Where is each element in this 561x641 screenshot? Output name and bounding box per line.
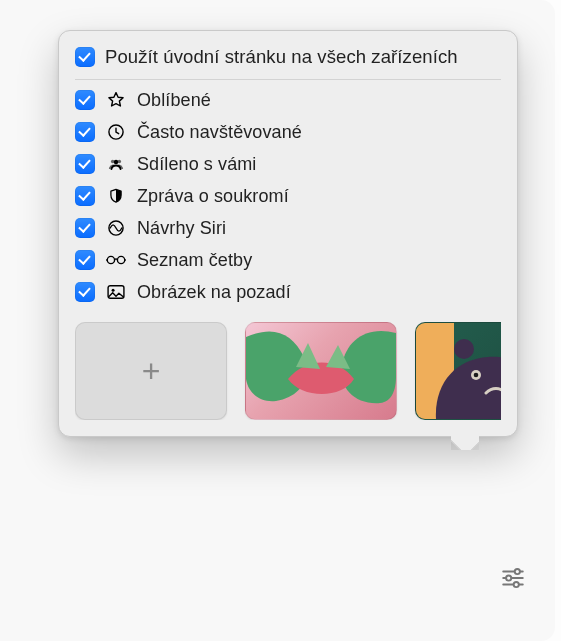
checkbox-icon	[75, 47, 95, 67]
option-background-image[interactable]: Obrázek na pozadí	[75, 276, 501, 308]
glasses-icon	[105, 249, 127, 271]
svg-point-3	[114, 160, 119, 165]
checkbox-icon	[75, 122, 95, 142]
checkbox-icon	[75, 250, 95, 270]
checkbox-icon	[75, 218, 95, 238]
option-label: Oblíbené	[137, 90, 211, 111]
star-icon	[105, 89, 127, 111]
svg-point-8	[112, 289, 115, 292]
shield-icon	[105, 185, 127, 207]
popover-tail	[451, 436, 479, 450]
background-thumbnail[interactable]	[245, 322, 397, 420]
option-label: Použít úvodní stránku na všech zařízeníc…	[105, 46, 458, 68]
people-icon	[105, 153, 127, 175]
option-label: Sdíleno s vámi	[137, 154, 256, 175]
checkbox-icon	[75, 282, 95, 302]
svg-point-5	[107, 256, 114, 263]
option-label: Často navštěvované	[137, 122, 302, 143]
start-page-settings-button[interactable]	[495, 560, 531, 596]
svg-point-19	[515, 569, 520, 574]
checkbox-icon	[75, 90, 95, 110]
separator	[75, 79, 501, 80]
option-use-on-all-devices[interactable]: Použít úvodní stránku na všech zařízeníc…	[75, 41, 501, 73]
clock-icon	[105, 121, 127, 143]
add-background-button[interactable]: +	[75, 322, 227, 420]
image-icon	[105, 281, 127, 303]
option-label: Zpráva o soukromí	[137, 186, 289, 207]
background-thumbnail[interactable]	[415, 322, 501, 420]
start-page-options-popover: Použít úvodní stránku na všech zařízeníc…	[58, 30, 518, 437]
svg-point-21	[514, 582, 519, 587]
option-siri-suggestions[interactable]: Návrhy Siri	[75, 212, 501, 244]
option-reading-list[interactable]: Seznam četby	[75, 244, 501, 276]
option-label: Seznam četby	[137, 250, 252, 271]
svg-point-6	[117, 256, 124, 263]
svg-point-12	[474, 373, 479, 378]
background-thumbnails: +	[75, 322, 501, 420]
checkbox-icon	[75, 154, 95, 174]
option-shared-with-you[interactable]: Sdíleno s vámi	[75, 148, 501, 180]
plus-icon: +	[142, 353, 161, 390]
siri-icon	[105, 217, 127, 239]
option-favorites[interactable]: Oblíbené	[75, 84, 501, 116]
option-privacy-report[interactable]: Zpráva o soukromí	[75, 180, 501, 212]
checkbox-icon	[75, 186, 95, 206]
svg-point-14	[454, 339, 474, 359]
svg-point-20	[506, 575, 511, 580]
option-label: Návrhy Siri	[137, 218, 226, 239]
option-frequently-visited[interactable]: Často navštěvované	[75, 116, 501, 148]
option-label: Obrázek na pozadí	[137, 282, 291, 303]
